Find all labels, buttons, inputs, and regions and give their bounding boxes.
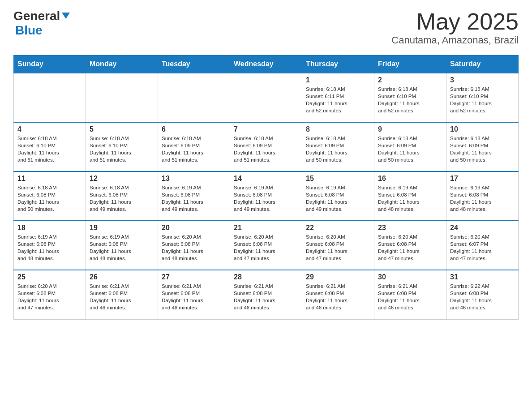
- day-info: Sunrise: 6:18 AM Sunset: 6:09 PM Dayligh…: [378, 135, 442, 163]
- days-of-week-row: SundayMondayTuesdayWednesdayThursdayFrid…: [14, 56, 519, 73]
- logo-blue-text: Blue: [15, 23, 43, 37]
- calendar-cell: 9Sunrise: 6:18 AM Sunset: 6:09 PM Daylig…: [374, 122, 446, 171]
- day-info: Sunrise: 6:19 AM Sunset: 6:08 PM Dayligh…: [378, 184, 442, 213]
- calendar-week-row: 4Sunrise: 6:18 AM Sunset: 6:10 PM Daylig…: [14, 122, 519, 171]
- day-of-week-header: Friday: [374, 56, 446, 73]
- day-number: 6: [162, 125, 226, 133]
- day-info: Sunrise: 6:19 AM Sunset: 6:08 PM Dayligh…: [17, 233, 82, 262]
- day-number: 16: [378, 175, 442, 183]
- calendar-cell: [158, 73, 230, 122]
- day-info: Sunrise: 6:18 AM Sunset: 6:10 PM Dayligh…: [90, 135, 154, 163]
- svg-marker-0: [62, 13, 70, 19]
- month-title: May 2025: [391, 9, 519, 34]
- calendar-cell: 4Sunrise: 6:18 AM Sunset: 6:10 PM Daylig…: [14, 122, 86, 171]
- day-info: Sunrise: 6:19 AM Sunset: 6:08 PM Dayligh…: [306, 184, 370, 213]
- day-info: Sunrise: 6:18 AM Sunset: 6:09 PM Dayligh…: [162, 135, 226, 163]
- title-block: May 2025 Canutama, Amazonas, Brazil: [391, 9, 519, 46]
- calendar-cell: 5Sunrise: 6:18 AM Sunset: 6:10 PM Daylig…: [86, 122, 158, 171]
- day-info: Sunrise: 6:20 AM Sunset: 6:08 PM Dayligh…: [17, 283, 82, 311]
- day-info: Sunrise: 6:19 AM Sunset: 6:08 PM Dayligh…: [90, 233, 154, 262]
- day-of-week-header: Saturday: [446, 56, 519, 73]
- day-number: 30: [378, 273, 442, 281]
- calendar-cell: 25Sunrise: 6:20 AM Sunset: 6:08 PM Dayli…: [14, 270, 86, 319]
- day-number: 29: [306, 273, 370, 281]
- day-number: 24: [450, 224, 515, 232]
- day-number: 3: [450, 76, 515, 84]
- day-info: Sunrise: 6:19 AM Sunset: 6:08 PM Dayligh…: [234, 184, 298, 213]
- calendar-cell: 11Sunrise: 6:18 AM Sunset: 6:08 PM Dayli…: [14, 171, 86, 221]
- day-info: Sunrise: 6:18 AM Sunset: 6:11 PM Dayligh…: [306, 86, 370, 114]
- calendar-cell: 12Sunrise: 6:18 AM Sunset: 6:08 PM Dayli…: [86, 171, 158, 221]
- day-info: Sunrise: 6:18 AM Sunset: 6:10 PM Dayligh…: [17, 135, 82, 163]
- day-number: 4: [17, 125, 82, 133]
- day-number: 7: [234, 125, 298, 133]
- calendar-week-row: 25Sunrise: 6:20 AM Sunset: 6:08 PM Dayli…: [14, 270, 519, 319]
- day-info: Sunrise: 6:19 AM Sunset: 6:08 PM Dayligh…: [162, 184, 226, 213]
- calendar-cell: 24Sunrise: 6:20 AM Sunset: 6:07 PM Dayli…: [446, 221, 519, 270]
- day-number: 11: [17, 175, 82, 183]
- calendar-body: 1Sunrise: 6:18 AM Sunset: 6:11 PM Daylig…: [14, 73, 519, 319]
- day-number: 22: [306, 224, 370, 232]
- day-of-week-header: Monday: [86, 56, 158, 73]
- day-info: Sunrise: 6:20 AM Sunset: 6:07 PM Dayligh…: [450, 233, 515, 262]
- day-number: 20: [162, 224, 226, 232]
- day-number: 9: [378, 125, 442, 133]
- calendar-week-row: 1Sunrise: 6:18 AM Sunset: 6:11 PM Daylig…: [14, 73, 519, 122]
- day-info: Sunrise: 6:18 AM Sunset: 6:10 PM Dayligh…: [450, 86, 515, 114]
- calendar-cell: 21Sunrise: 6:20 AM Sunset: 6:08 PM Dayli…: [230, 221, 302, 270]
- logo: General Blue: [13, 9, 70, 38]
- day-info: Sunrise: 6:18 AM Sunset: 6:09 PM Dayligh…: [450, 135, 515, 163]
- day-of-week-header: Wednesday: [230, 56, 302, 73]
- day-number: 14: [234, 175, 298, 183]
- calendar-cell: 15Sunrise: 6:19 AM Sunset: 6:08 PM Dayli…: [302, 171, 374, 221]
- day-info: Sunrise: 6:21 AM Sunset: 6:08 PM Dayligh…: [162, 283, 226, 311]
- day-number: 26: [90, 273, 154, 281]
- day-info: Sunrise: 6:21 AM Sunset: 6:08 PM Dayligh…: [306, 283, 370, 311]
- calendar-cell: 22Sunrise: 6:20 AM Sunset: 6:08 PM Dayli…: [302, 221, 374, 270]
- day-info: Sunrise: 6:18 AM Sunset: 6:09 PM Dayligh…: [234, 135, 298, 163]
- calendar-table: SundayMondayTuesdayWednesdayThursdayFrid…: [13, 55, 519, 320]
- calendar-cell: [230, 73, 302, 122]
- calendar-cell: 14Sunrise: 6:19 AM Sunset: 6:08 PM Dayli…: [230, 171, 302, 221]
- day-info: Sunrise: 6:22 AM Sunset: 6:08 PM Dayligh…: [450, 283, 515, 311]
- day-info: Sunrise: 6:21 AM Sunset: 6:08 PM Dayligh…: [234, 283, 298, 311]
- calendar-cell: 16Sunrise: 6:19 AM Sunset: 6:08 PM Dayli…: [374, 171, 446, 221]
- calendar-cell: 2Sunrise: 6:18 AM Sunset: 6:10 PM Daylig…: [374, 73, 446, 122]
- calendar-cell: 1Sunrise: 6:18 AM Sunset: 6:11 PM Daylig…: [302, 73, 374, 122]
- calendar-week-row: 18Sunrise: 6:19 AM Sunset: 6:08 PM Dayli…: [14, 221, 519, 270]
- day-number: 10: [450, 125, 515, 133]
- logo-arrow-icon: [62, 13, 70, 21]
- day-info: Sunrise: 6:20 AM Sunset: 6:08 PM Dayligh…: [306, 233, 370, 262]
- day-number: 1: [306, 76, 370, 84]
- day-number: 5: [90, 125, 154, 133]
- day-info: Sunrise: 6:20 AM Sunset: 6:08 PM Dayligh…: [378, 233, 442, 262]
- day-number: 19: [90, 224, 154, 232]
- day-info: Sunrise: 6:19 AM Sunset: 6:08 PM Dayligh…: [450, 184, 515, 213]
- calendar-cell: 3Sunrise: 6:18 AM Sunset: 6:10 PM Daylig…: [446, 73, 519, 122]
- calendar-cell: 13Sunrise: 6:19 AM Sunset: 6:08 PM Dayli…: [158, 171, 230, 221]
- calendar-cell: 28Sunrise: 6:21 AM Sunset: 6:08 PM Dayli…: [230, 270, 302, 319]
- day-info: Sunrise: 6:18 AM Sunset: 6:08 PM Dayligh…: [90, 184, 154, 213]
- calendar-cell: [86, 73, 158, 122]
- calendar-cell: 20Sunrise: 6:20 AM Sunset: 6:08 PM Dayli…: [158, 221, 230, 270]
- day-of-week-header: Tuesday: [158, 56, 230, 73]
- day-number: 25: [17, 273, 82, 281]
- calendar-cell: 23Sunrise: 6:20 AM Sunset: 6:08 PM Dayli…: [374, 221, 446, 270]
- page-header: General Blue May 2025 Canutama, Amazonas…: [13, 9, 519, 46]
- calendar-cell: 8Sunrise: 6:18 AM Sunset: 6:09 PM Daylig…: [302, 122, 374, 171]
- calendar-cell: 19Sunrise: 6:19 AM Sunset: 6:08 PM Dayli…: [86, 221, 158, 270]
- day-number: 27: [162, 273, 226, 281]
- day-number: 21: [234, 224, 298, 232]
- calendar-week-row: 11Sunrise: 6:18 AM Sunset: 6:08 PM Dayli…: [14, 171, 519, 221]
- day-info: Sunrise: 6:21 AM Sunset: 6:08 PM Dayligh…: [378, 283, 442, 311]
- calendar-cell: 30Sunrise: 6:21 AM Sunset: 6:08 PM Dayli…: [374, 270, 446, 319]
- calendar-cell: 10Sunrise: 6:18 AM Sunset: 6:09 PM Dayli…: [446, 122, 519, 171]
- day-of-week-header: Sunday: [14, 56, 86, 73]
- calendar-header: SundayMondayTuesdayWednesdayThursdayFrid…: [14, 56, 519, 73]
- day-number: 17: [450, 175, 515, 183]
- logo-general-text: General: [13, 9, 60, 23]
- day-info: Sunrise: 6:18 AM Sunset: 6:09 PM Dayligh…: [306, 135, 370, 163]
- calendar-cell: 31Sunrise: 6:22 AM Sunset: 6:08 PM Dayli…: [446, 270, 519, 319]
- calendar-cell: 29Sunrise: 6:21 AM Sunset: 6:08 PM Dayli…: [302, 270, 374, 319]
- day-number: 18: [17, 224, 82, 232]
